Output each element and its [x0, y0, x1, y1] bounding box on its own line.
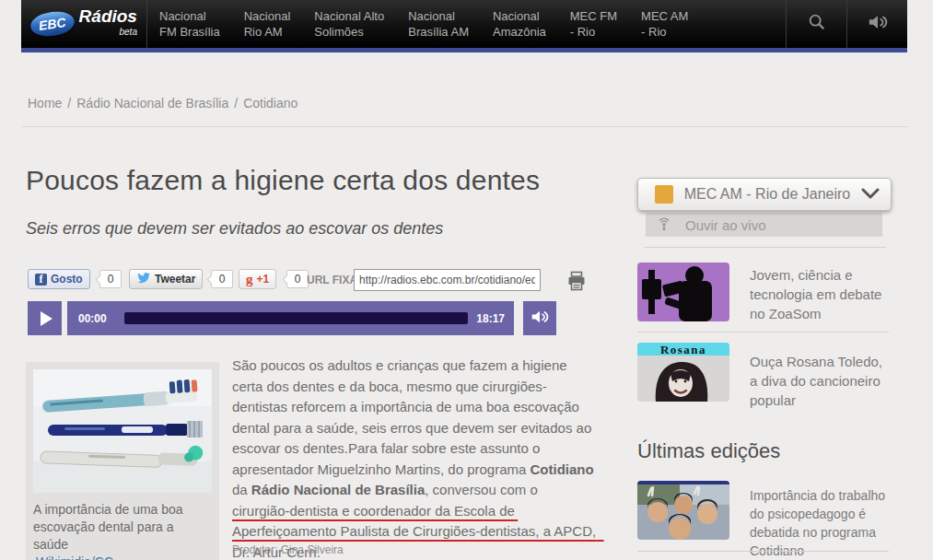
player-play-button[interactable] [28, 301, 62, 335]
nav-volume-button[interactable] [846, 0, 907, 48]
station-selector-dropdown[interactable]: MEC AM - Rio de Janeiro [637, 178, 892, 211]
logo-radios-text: Rádios [79, 6, 137, 26]
nav-item-line: Nacional Alto [314, 8, 384, 24]
header-divider [21, 126, 907, 127]
figure-caption-text: A importância de uma boa escovação denta… [33, 502, 183, 552]
player-volume-button[interactable] [523, 301, 556, 335]
nav-item-line: Nacional [408, 8, 469, 24]
social-share-row: fGosto 0 Tweetar 0 g+1 0 URL FIXA: [28, 269, 636, 297]
figure-caption: A importância de uma boa escovação denta… [33, 501, 212, 560]
nav-item-line: Amazônia [493, 24, 546, 40]
facebook-like-count: 0 [99, 270, 122, 288]
logo-beta-text: beta [79, 24, 137, 40]
nav-item-mec-am-rio[interactable]: MEC AM- Rio [629, 0, 700, 48]
volume-icon [867, 12, 889, 36]
nav-item-line: - Rio [641, 24, 688, 40]
nav-item-line: Brasília AM [408, 24, 469, 40]
nav-item-line: Nacional [244, 8, 291, 24]
twitter-bird-icon [136, 272, 151, 287]
player-volume-icon [530, 308, 550, 330]
body-bold-cotidiano: Cotidiano [531, 461, 594, 477]
article-figure: A importância de uma boa escovação denta… [26, 362, 219, 560]
toothbrushes-photo [33, 369, 212, 493]
sidebar-item-psicopedagogo[interactable]: Importância do trabalho do psicopedagogo… [637, 481, 892, 560]
thumbnail-kids-image [637, 481, 729, 540]
page-subtitle: Seis erros que devem ser evitados ao esc… [26, 219, 443, 239]
plus-one-label: +1 [257, 273, 270, 286]
breadcrumb-separator: / [67, 96, 71, 111]
google-g-icon: g [246, 272, 253, 287]
nav-item-nacional-brasilia-am[interactable]: NacionalBrasília AM [396, 0, 481, 48]
listen-live-label: Ouvir ao vivo [685, 217, 766, 233]
nav-item-line: Solimões [314, 24, 384, 40]
tweet-label: Tweetar [155, 273, 195, 286]
tweet-count: 0 [211, 270, 233, 288]
google-plus-one-count: 0 [286, 270, 309, 288]
sidebar-item-zoasom[interactable]: Jovem, ciência e tecnologia em debate no… [637, 262, 892, 323]
producer-credit: Produtor: Gina Silveira [232, 543, 344, 556]
sidebar-divider [637, 551, 889, 552]
sidebar-divider [637, 332, 889, 332]
broadcast-icon [655, 215, 673, 236]
sidebar-divider [645, 247, 886, 248]
nav-item-line: Nacional [493, 8, 546, 24]
breadcrumb: Home/Rádio Nacional de Brasília/Cotidian… [28, 96, 297, 111]
station-selector-label: MEC AM - Rio de Janeiro [673, 186, 861, 203]
player-total-time: 18:17 [476, 312, 505, 325]
nav-item-line: FM Brasília [159, 24, 220, 40]
search-icon [807, 12, 827, 36]
listen-live-button[interactable]: Ouvir ao vivo [646, 213, 882, 237]
chevron-down-icon [861, 186, 880, 203]
search-button[interactable] [786, 0, 846, 48]
latest-editions-heading: Últimas edições [637, 439, 780, 463]
player-progress-track[interactable] [124, 312, 468, 324]
facebook-icon: f [35, 274, 47, 286]
tweet-button[interactable]: Tweetar [129, 269, 203, 289]
nav-item-mec-fm-rio[interactable]: MEC FM- Rio [558, 0, 629, 48]
nav-item-nacional-alto-solimoes[interactable]: Nacional AltoSolimões [302, 0, 396, 48]
breadcrumb-station[interactable]: Rádio Nacional de Brasília [76, 96, 228, 111]
body-text: , conversou com o [425, 482, 542, 497]
nav-item-line: Nacional [159, 8, 220, 24]
sidebar-item-title: Ouça Rosana Toledo, a diva do cancioneir… [750, 343, 892, 410]
print-button[interactable] [566, 270, 588, 292]
logo-wordmark: Rádiosbeta [79, 8, 137, 40]
article-body: São poucos os adultos e crianças que faz… [232, 356, 599, 560]
page-title: Poucos fazem a higiene certa dos dentes [26, 165, 540, 196]
sidebar-item-title: Jovem, ciência e tecnologia em debate no… [750, 262, 892, 323]
nav-item-line: Rio AM [244, 24, 291, 40]
ebc-logo-icon: EBC [29, 9, 76, 39]
ebc-radios-logo[interactable]: EBC Rádiosbeta [21, 0, 147, 48]
station-color-swatch-icon [655, 185, 673, 204]
nav-item-line: MEC FM [570, 8, 617, 24]
station-menu: NacionalFM Brasília NacionalRio AM Nacio… [147, 0, 786, 48]
nav-item-nacional-amazonia[interactable]: NacionalAmazônia [481, 0, 558, 48]
body-text: São poucos os adultos e crianças que faz… [232, 357, 595, 477]
page: EBC Rádiosbeta NacionalFM Brasília Nacio… [0, 0, 933, 560]
sidebar-item-title: Importância do trabalho do psicopedagogo… [750, 481, 892, 560]
facebook-like-button[interactable]: fGosto [28, 269, 90, 289]
player-current-time: 00:00 [78, 312, 107, 325]
breadcrumb-program[interactable]: Cotidiano [243, 96, 297, 111]
breadcrumb-separator: / [234, 96, 238, 111]
breadcrumb-home[interactable]: Home [28, 96, 62, 111]
printer-icon [566, 279, 588, 295]
thumbnail-rosana-image: Rosana [637, 343, 729, 402]
thumbnail-zoasom-image [637, 262, 729, 321]
top-navbar: EBC Rádiosbeta NacionalFM Brasília Nacio… [21, 0, 907, 52]
sidebar-item-rosana-toledo[interactable]: Rosana Ouça Rosana Toledo, a diva do can… [637, 343, 892, 410]
nav-item-line: MEC AM [641, 8, 688, 24]
nav-item-nacional-fm-brasilia[interactable]: NacionalFM Brasília [147, 0, 232, 48]
player-bar: 00:00 18:17 [67, 301, 514, 335]
thumbnail-rosana-text: Rosana [660, 343, 706, 356]
play-icon [41, 311, 52, 326]
url-fixa-input[interactable] [354, 269, 541, 291]
nav-item-nacional-rio-am[interactable]: NacionalRio AM [232, 0, 303, 48]
facebook-like-label: Gosto [51, 273, 83, 286]
nav-item-line: - Rio [570, 24, 617, 40]
body-bold-radio-nacional: Rádio Nacional de Brasília [251, 482, 425, 497]
figure-credit-link[interactable]: Wikimidia/CC [33, 554, 113, 560]
google-plus-one-button[interactable]: g+1 [239, 269, 276, 289]
